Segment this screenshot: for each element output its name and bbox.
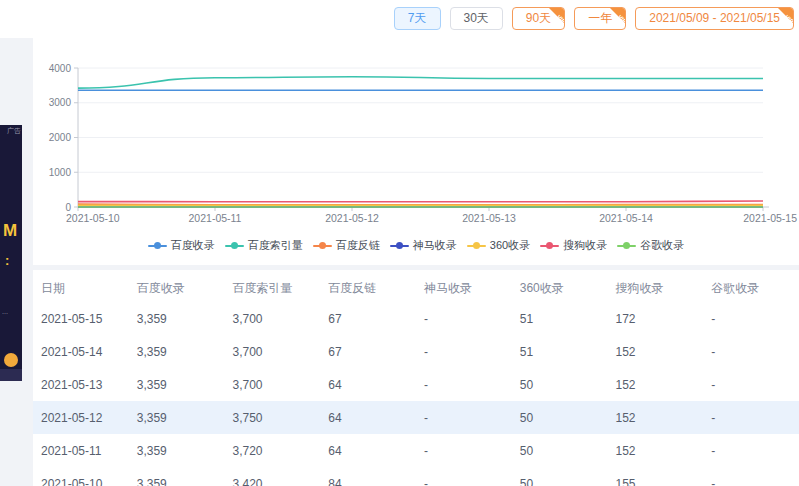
legend-marker-icon — [313, 245, 332, 247]
table-cell: 64 — [320, 368, 416, 401]
table-cell: 155 — [608, 467, 704, 486]
table-cell: - — [703, 302, 799, 335]
date-range-picker-button[interactable]: 2021/05/09 - 2021/05/15VIP — [635, 7, 794, 30]
table-cell: 50 — [512, 401, 608, 434]
ad-tag-label: 广告 — [7, 126, 21, 136]
data-table-card: 日期百度收录百度索引量百度反链神马收录360收录搜狗收录谷歌收录 2021-05… — [33, 270, 799, 486]
table-row[interactable]: 2021-05-143,3593,70067-51152- — [33, 335, 799, 368]
table-cell: 3,720 — [225, 434, 321, 467]
legend-label: 百度索引量 — [248, 238, 303, 253]
table-cell: 51 — [512, 335, 608, 368]
legend-item[interactable]: 百度收录 — [148, 238, 215, 253]
legend-marker-icon — [390, 245, 409, 247]
button-label: 2021/05/09 - 2021/05/15 — [649, 11, 780, 25]
legend-marker-icon — [225, 245, 244, 247]
table-row[interactable]: 2021-05-123,3593,75064-50152- — [33, 401, 799, 434]
inclusion-stats-table: 日期百度收录百度索引量百度反链神马收录360收录搜狗收录谷歌收录 2021-05… — [33, 274, 799, 486]
table-cell: - — [703, 434, 799, 467]
legend-label: 谷歌收录 — [640, 238, 684, 253]
vip-corner-badge: VIP — [549, 8, 564, 23]
legend-marker-icon — [617, 245, 636, 247]
legend-item[interactable]: 神马收录 — [390, 238, 457, 253]
range-90days-button[interactable]: 90天VIP — [512, 7, 565, 30]
legend-label: 搜狗收录 — [563, 238, 607, 253]
series-line-搜狗收录 — [78, 201, 763, 202]
table-cell: - — [703, 335, 799, 368]
table-cell: 2021-05-11 — [33, 434, 129, 467]
table-row[interactable]: 2021-05-133,3593,70064-50152- — [33, 368, 799, 401]
button-label: 7天 — [408, 11, 427, 25]
table-cell: - — [416, 467, 512, 486]
column-header: 日期 — [33, 274, 129, 302]
button-label: 一年 — [588, 11, 612, 25]
range-7days-button[interactable]: 7天 — [394, 7, 441, 30]
range-1year-button[interactable]: 一年VIP — [574, 7, 626, 30]
range-30days-button[interactable]: 30天 — [450, 7, 503, 30]
series-line-百度索引量 — [78, 77, 763, 88]
column-header: 百度索引量 — [225, 274, 321, 302]
table-cell: 3,700 — [225, 368, 321, 401]
svg-text:2021-05-14: 2021-05-14 — [599, 212, 653, 224]
table-cell: 3,359 — [129, 467, 225, 486]
svg-text:4000: 4000 — [49, 63, 72, 74]
table-cell: 2021-05-10 — [33, 467, 129, 486]
ad-text-fragment: M — [3, 221, 17, 241]
column-header: 百度反链 — [320, 274, 416, 302]
table-row[interactable]: 2021-05-153,3593,70067-51172- — [33, 302, 799, 335]
legend-item[interactable]: 谷歌收录 — [617, 238, 684, 253]
ad-decorative-circle — [4, 353, 18, 367]
svg-text:2021-05-11: 2021-05-11 — [189, 212, 242, 224]
table-cell: - — [416, 434, 512, 467]
legend-item[interactable]: 360收录 — [467, 238, 530, 253]
svg-text:2021-05-10: 2021-05-10 — [66, 212, 120, 224]
svg-text:2021-05-15: 2021-05-15 — [743, 212, 797, 224]
table-row[interactable]: 2021-05-103,3593,42084-50155- — [33, 467, 799, 486]
table-cell: 152 — [608, 368, 704, 401]
vip-corner-badge: VIP — [610, 8, 625, 23]
inclusion-trend-line-chart: 010002000300040002021-05-102021-05-11202… — [33, 38, 799, 234]
table-cell: 50 — [512, 467, 608, 486]
vip-corner-badge: VIP — [778, 8, 793, 23]
legend-item[interactable]: 百度反链 — [313, 238, 380, 253]
table-cell: 64 — [320, 434, 416, 467]
time-range-toolbar: 7天30天90天VIP一年VIP2021/05/09 - 2021/05/15V… — [394, 7, 794, 30]
table-row[interactable]: 2021-05-113,3593,72064-50152- — [33, 434, 799, 467]
table-cell: 2021-05-14 — [33, 335, 129, 368]
table-cell: 2021-05-15 — [33, 302, 129, 335]
ad-text-fragment: : — [5, 253, 9, 268]
legend-marker-icon — [540, 245, 559, 247]
table-cell: 50 — [512, 434, 608, 467]
legend-label: 百度反链 — [336, 238, 380, 253]
column-header: 谷歌收录 — [703, 274, 799, 302]
legend-marker-icon — [467, 245, 486, 247]
table-cell: 3,359 — [129, 335, 225, 368]
table-cell: 50 — [512, 368, 608, 401]
legend-label: 百度收录 — [171, 238, 215, 253]
table-cell: 2021-05-12 — [33, 401, 129, 434]
table-cell: 3,359 — [129, 302, 225, 335]
table-cell: 64 — [320, 401, 416, 434]
legend-marker-icon — [148, 245, 167, 247]
chart-legend: 百度收录百度索引量百度反链神马收录360收录搜狗收录谷歌收录 — [33, 238, 799, 253]
table-cell: 152 — [608, 434, 704, 467]
ad-banner[interactable]: 广告 M : ··· — [0, 125, 22, 381]
legend-item[interactable]: 搜狗收录 — [540, 238, 607, 253]
table-cell: 152 — [608, 401, 704, 434]
table-cell: - — [416, 335, 512, 368]
svg-text:1000: 1000 — [49, 167, 72, 178]
svg-text:2021-05-12: 2021-05-12 — [325, 212, 379, 224]
button-label: 90天 — [526, 11, 551, 25]
table-header-row: 日期百度收录百度索引量百度反链神马收录360收录搜狗收录谷歌收录 — [33, 274, 799, 302]
column-header: 百度收录 — [129, 274, 225, 302]
legend-label: 神马收录 — [413, 238, 457, 253]
table-cell: 67 — [320, 335, 416, 368]
table-cell: 3,359 — [129, 434, 225, 467]
legend-item[interactable]: 百度索引量 — [225, 238, 303, 253]
legend-label: 360收录 — [490, 238, 530, 253]
table-cell: 3,700 — [225, 335, 321, 368]
table-cell: - — [416, 368, 512, 401]
table-cell: 3,750 — [225, 401, 321, 434]
svg-text:2000: 2000 — [49, 132, 72, 143]
svg-text:3000: 3000 — [49, 97, 72, 108]
svg-text:0: 0 — [65, 202, 71, 213]
